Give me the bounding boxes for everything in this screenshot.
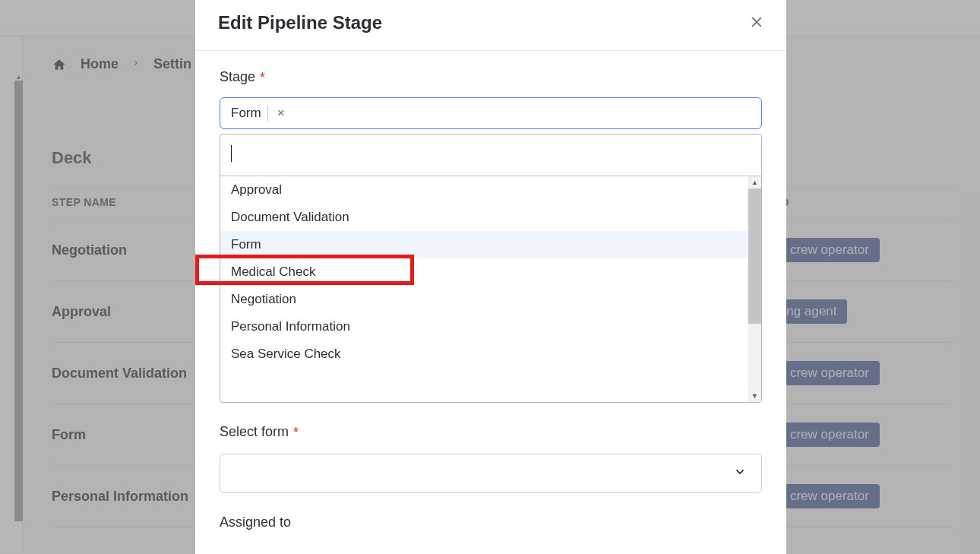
modal-body: Stage * Form × Approval Document Validat… xyxy=(195,51,786,549)
stage-select[interactable]: Form × xyxy=(220,97,762,129)
option-medical-check[interactable]: Medical Check xyxy=(220,258,761,286)
required-star-icon: * xyxy=(293,426,299,439)
dropdown-search-input[interactable] xyxy=(220,135,761,176)
dropdown-scrollbar[interactable]: ▲ ▼ xyxy=(748,176,761,402)
stage-token-label: Form xyxy=(231,106,261,121)
option-personal-information[interactable]: Personal Information xyxy=(220,313,761,340)
option-negotiation[interactable]: Negotiation xyxy=(220,286,761,313)
close-button[interactable] xyxy=(750,14,763,32)
required-star-icon: * xyxy=(260,71,265,84)
chevron-down-icon xyxy=(734,466,744,476)
edit-pipeline-stage-modal: Edit Pipeline Stage Stage * Form × Appro… xyxy=(195,0,786,554)
assigned-to-label: Assigned to xyxy=(220,514,762,530)
option-document-validation[interactable]: Document Validation xyxy=(220,204,761,231)
dropdown-options: Approval Document Validation Form Medica… xyxy=(220,176,761,402)
option-approval[interactable]: Approval xyxy=(220,176,761,204)
text-cursor xyxy=(231,145,232,162)
option-sea-service-check[interactable]: Sea Service Check xyxy=(220,340,761,368)
option-form[interactable]: Form xyxy=(220,231,761,258)
scroll-arrow-up-icon[interactable]: ▲ xyxy=(748,176,761,188)
scroll-arrow-down-icon[interactable]: ▼ xyxy=(748,390,761,402)
dropdown-scroll-thumb[interactable] xyxy=(748,188,761,324)
token-separator xyxy=(267,106,268,121)
select-form-dropdown[interactable] xyxy=(220,454,762,493)
select-form-label: Select form * xyxy=(220,424,762,440)
modal-title: Edit Pipeline Stage xyxy=(218,12,382,33)
modal-header: Edit Pipeline Stage xyxy=(195,0,786,51)
stage-label: Stage * xyxy=(220,69,762,85)
stage-dropdown: Approval Document Validation Form Medica… xyxy=(220,134,762,403)
clear-token-icon[interactable]: × xyxy=(274,106,288,121)
